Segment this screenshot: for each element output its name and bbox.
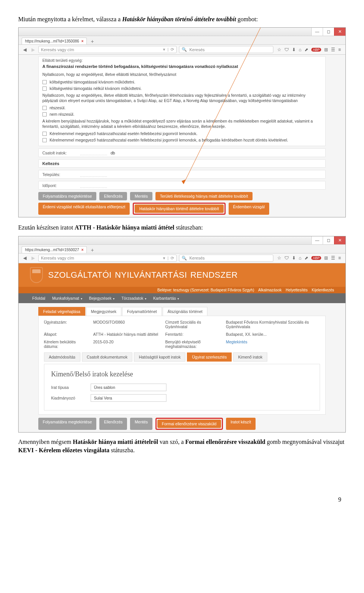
menu-icon[interactable]: ≡ — [338, 47, 341, 52]
address-bar[interactable]: Keresés vagy cím ▾ | ⟳ — [38, 46, 177, 53]
idopont-value[interactable] — [80, 183, 107, 188]
datum-value: 2015-03-20 — [93, 340, 162, 349]
iratot-keszit-button[interactable]: Iratot készít — [226, 418, 256, 430]
checkbox-row-4[interactable]: nem részesül. — [42, 112, 322, 116]
forward-icon[interactable]: ▶ — [30, 255, 36, 261]
nav-torzsadatok[interactable]: Törzsadatok▾ — [119, 295, 149, 301]
checkbox-icon[interactable] — [42, 80, 47, 84]
nav-karbantartas[interactable]: Karbantartás▾ — [151, 295, 181, 301]
midtext: Ezután készítsen iratot ATTH - Hatáskör … — [18, 223, 346, 232]
tab-feladat[interactable]: Feladat végrehajtása — [38, 307, 85, 316]
window-min-button[interactable]: — — [311, 236, 323, 244]
ellenorzes-button[interactable]: Ellenőrzés — [99, 192, 127, 200]
download-icon[interactable]: ⬇ — [292, 255, 296, 261]
back-icon[interactable]: ◀ — [22, 47, 28, 53]
window-min-button[interactable]: — — [311, 28, 323, 36]
nav-fooldal[interactable]: Főoldal — [30, 295, 47, 301]
browser-tab[interactable]: https://mukeng...ml?id=1550027 × — [22, 246, 87, 253]
main-tabstrip: Feladat végrehajtása Megjegyzések Folyam… — [38, 307, 326, 316]
mentes-button[interactable]: Mentés — [130, 192, 152, 200]
folyamatabra-button[interactable]: Folyamatábra megtekintése — [38, 418, 97, 430]
mentes-button[interactable]: Mentés — [130, 418, 152, 430]
nav-munkafolyamat[interactable]: Munkafolyamat▾ — [50, 295, 84, 301]
checkbox-row-3[interactable]: részesül. — [42, 105, 322, 110]
chat-icon[interactable]: ☰ — [331, 47, 335, 52]
subtab-kimeno[interactable]: Kimenő iratok — [233, 352, 267, 362]
ugyiratszam-label: Ügyiratszám: — [44, 320, 89, 329]
formai-ellenorzesre-button[interactable]: Formai ellenőrzésre visszaküld — [157, 420, 221, 428]
checkbox-icon[interactable] — [42, 106, 47, 110]
star-icon[interactable]: ☆ — [277, 47, 281, 52]
subtab-csatolt-dok[interactable]: Csatolt dokumentumok — [82, 352, 132, 362]
menu-icon[interactable]: ≡ — [338, 255, 341, 261]
new-tab-button[interactable]: + — [88, 38, 96, 44]
grid-icon[interactable]: ⊞ — [324, 255, 328, 261]
window-max-button[interactable]: ◻ — [323, 28, 334, 36]
irattipus-select[interactable]: Üres sablon — [91, 384, 166, 391]
window-max-button[interactable]: ◻ — [323, 236, 334, 244]
home-icon[interactable]: ⌂ — [299, 47, 301, 52]
abp-badge[interactable]: ABP — [311, 48, 321, 52]
attachments-label: Csatolt iratok: — [42, 151, 77, 155]
folyamatabra-button[interactable]: Folyamatábra megtekintése — [38, 192, 97, 200]
link-icon[interactable]: ⬈ — [304, 47, 308, 52]
chat-icon[interactable]: ☰ — [331, 255, 335, 261]
window-close-button[interactable]: ✕ — [334, 236, 345, 244]
back-icon[interactable]: ◀ — [22, 255, 28, 261]
link-kijelentkezes[interactable]: Kijelentkezés — [312, 288, 334, 292]
download-icon[interactable]: ⬇ — [292, 47, 296, 52]
telepules-value[interactable] — [80, 172, 107, 177]
tab-close-icon[interactable]: × — [82, 248, 84, 252]
link-helyettesites[interactable]: Helyettesítés — [286, 288, 308, 292]
checkbox-row-2[interactable]: költségvetési támogatás nélkül kívánom m… — [42, 86, 322, 91]
checkbox-row-6[interactable]: Kérelmemmel megegyező határozathozatal e… — [42, 138, 322, 142]
tab-folyamattortenet[interactable]: Folyamattörténet — [122, 307, 162, 316]
browser-tab-label: https://mukeng...ml?id=1550027 — [25, 248, 79, 252]
new-tab-button[interactable]: + — [88, 247, 96, 253]
reload-icon[interactable]: ⟳ — [171, 256, 174, 261]
hataskor-hianyaban-button[interactable]: Hatáskör hiányában történő áttételre tov… — [135, 204, 223, 213]
link-alkalmazasok[interactable]: Alkalmazások — [258, 288, 282, 292]
erdemi-elutasitas-button[interactable]: Érdemi vizsgálat nélküli elutasításra el… — [38, 203, 130, 215]
tab-atszignalas[interactable]: Átszignálás történet — [163, 307, 207, 316]
megtekintes-link[interactable]: Megtekintés — [226, 340, 320, 349]
home-icon[interactable]: ⌂ — [299, 255, 301, 261]
keltezes-label: Keltezés — [42, 161, 60, 166]
checkbox-icon[interactable] — [42, 132, 47, 136]
forward-icon[interactable]: ▶ — [30, 47, 36, 53]
address-bar[interactable]: Keresés vagy cím ▾|⟳ — [38, 255, 177, 262]
address-placeholder: Keresés vagy cím — [41, 47, 74, 52]
shield-icon[interactable]: 🛡 — [284, 47, 289, 52]
tab-close-icon[interactable]: × — [82, 39, 84, 43]
search-placeholder: Keresés — [189, 256, 204, 260]
header-title: A finanszírozási rendszerbe történő befo… — [42, 64, 322, 69]
reload-icon[interactable]: ⟳ — [171, 47, 174, 52]
link-icon[interactable]: ⬈ — [304, 255, 308, 261]
subtab-hatosagtol[interactable]: Hatóságtól kapott iratok — [134, 352, 185, 362]
tab-megjegyzesek[interactable]: Megjegyzések — [86, 307, 121, 316]
shield-icon[interactable]: 🛡 — [284, 255, 289, 261]
ellenorzes-button[interactable]: Ellenőrzés — [99, 418, 127, 430]
grid-icon[interactable]: ⊞ — [324, 47, 328, 52]
search-bar[interactable]: 🔍 Keresés — [179, 46, 273, 53]
erdemben-vizsgal-button[interactable]: Érdemben vizsgál — [229, 203, 269, 215]
search-bar[interactable]: 🔍 Keresés — [179, 255, 273, 262]
abp-badge[interactable]: ABP — [311, 256, 321, 260]
case-info-card: Ügyiratszám: MODOSITO/0860 Címzett Szoci… — [38, 316, 326, 415]
checkbox-row-1[interactable]: költségvetési támogatással kívánom működ… — [42, 80, 322, 84]
idopont-label: Időpont: — [42, 183, 77, 188]
checkbox-icon[interactable] — [42, 112, 47, 116]
checkbox-icon[interactable] — [42, 87, 47, 91]
checkbox-label: nem részesül. — [50, 112, 74, 116]
kiadmanyozo-select[interactable]: Sulai Vera — [91, 394, 166, 402]
header-label: Ellátott területi egység: — [42, 58, 322, 63]
nav-bejegyzesek[interactable]: Bejegyzések▾ — [87, 295, 117, 301]
browser-tab[interactable]: https://mukeng...ml?id=1350086 × — [22, 38, 87, 44]
teruleti-illetekesseg-button[interactable]: Területi illetékesség hiánya miatt áttét… — [155, 192, 253, 200]
checkbox-row-5[interactable]: Kérelmemmel megegyező határozathozatal e… — [42, 131, 322, 136]
subtab-adatmodositas[interactable]: Adatmódosítás — [44, 352, 80, 362]
subtab-ugyirat-szerk[interactable]: Ügyirat szerkesztés — [187, 352, 232, 362]
checkbox-icon[interactable] — [42, 138, 47, 142]
window-close-button[interactable]: ✕ — [334, 28, 345, 36]
star-icon[interactable]: ☆ — [277, 255, 281, 261]
